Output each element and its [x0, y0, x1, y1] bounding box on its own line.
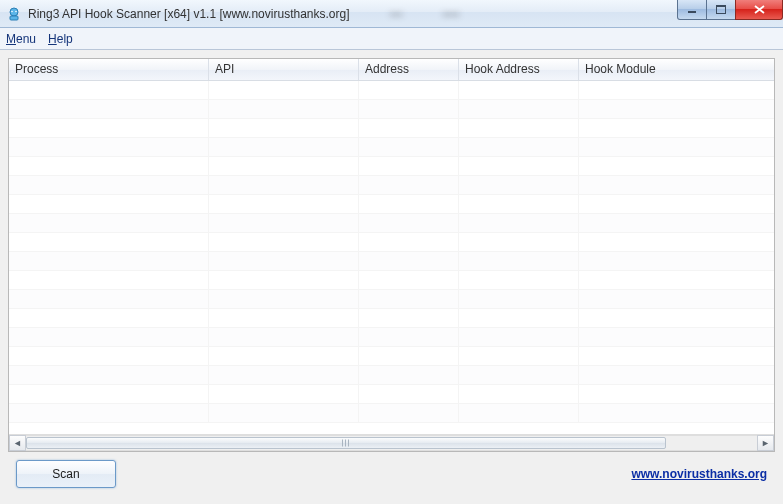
table-cell — [459, 176, 579, 194]
table-cell — [459, 404, 579, 422]
scroll-left-button[interactable]: ◄ — [9, 435, 26, 451]
close-button[interactable] — [735, 0, 783, 20]
table-cell — [9, 309, 209, 327]
scan-button[interactable]: Scan — [16, 460, 116, 488]
table-row[interactable] — [9, 309, 774, 328]
maximize-button[interactable] — [706, 0, 736, 20]
table-row[interactable] — [9, 195, 774, 214]
table-cell — [209, 138, 359, 156]
table-cell — [359, 214, 459, 232]
table-cell — [9, 214, 209, 232]
table-cell — [579, 404, 774, 422]
table-cell — [9, 195, 209, 213]
table-row[interactable] — [9, 214, 774, 233]
table-cell — [9, 119, 209, 137]
col-api[interactable]: API — [209, 59, 359, 80]
table-cell — [579, 347, 774, 365]
table-cell — [209, 195, 359, 213]
minimize-button[interactable] — [677, 0, 707, 20]
table-cell — [9, 252, 209, 270]
window-controls — [678, 0, 783, 20]
client-area: Process API Address Hook Address Hook Mo… — [0, 50, 783, 504]
table-cell — [459, 252, 579, 270]
svg-rect-4 — [688, 11, 696, 13]
table-cell — [459, 328, 579, 346]
table-cell — [579, 271, 774, 289]
table-row[interactable] — [9, 157, 774, 176]
menu-menu[interactable]: Menu — [6, 32, 36, 46]
table-cell — [459, 233, 579, 251]
scroll-right-button[interactable]: ► — [757, 435, 774, 451]
table-cell — [579, 309, 774, 327]
table-body[interactable] — [9, 81, 774, 434]
table-row[interactable] — [9, 176, 774, 195]
table-cell — [459, 385, 579, 403]
table-cell — [9, 81, 209, 99]
table-cell — [579, 119, 774, 137]
table-row[interactable] — [9, 328, 774, 347]
footer-bar: Scan www.novirusthanks.org — [8, 452, 775, 496]
table-cell — [579, 214, 774, 232]
table-cell — [209, 385, 359, 403]
menu-help[interactable]: Help — [48, 32, 73, 46]
menu-bar: Menu Help — [0, 28, 783, 50]
col-process[interactable]: Process — [9, 59, 209, 80]
table-row[interactable] — [9, 385, 774, 404]
bg-blur: ▪▪▪▪▪▪▪ — [390, 7, 460, 21]
table-cell — [579, 328, 774, 346]
table-cell — [359, 328, 459, 346]
table-cell — [9, 290, 209, 308]
table-cell — [459, 347, 579, 365]
table-cell — [359, 138, 459, 156]
scroll-track[interactable] — [26, 435, 757, 451]
table-cell — [9, 347, 209, 365]
table-row[interactable] — [9, 404, 774, 423]
table-row[interactable] — [9, 233, 774, 252]
table-cell — [459, 271, 579, 289]
table-row[interactable] — [9, 366, 774, 385]
table-row[interactable] — [9, 252, 774, 271]
table-cell — [209, 404, 359, 422]
table-cell — [359, 385, 459, 403]
table-cell — [9, 366, 209, 384]
table-cell — [359, 195, 459, 213]
table-cell — [459, 81, 579, 99]
table-cell — [209, 271, 359, 289]
scroll-grip-icon — [342, 440, 351, 447]
website-link[interactable]: www.novirusthanks.org — [631, 467, 767, 481]
table-cell — [9, 385, 209, 403]
svg-point-2 — [11, 10, 13, 12]
col-hook-module[interactable]: Hook Module — [579, 59, 774, 80]
table-row[interactable] — [9, 290, 774, 309]
table-row[interactable] — [9, 271, 774, 290]
table-cell — [459, 195, 579, 213]
col-address[interactable]: Address — [359, 59, 459, 80]
table-cell — [209, 328, 359, 346]
table-cell — [359, 347, 459, 365]
table-cell — [579, 233, 774, 251]
table-cell — [209, 309, 359, 327]
table-cell — [359, 176, 459, 194]
table-cell — [359, 119, 459, 137]
table-cell — [209, 176, 359, 194]
column-headers: Process API Address Hook Address Hook Mo… — [9, 59, 774, 81]
table-cell — [459, 366, 579, 384]
table-row[interactable] — [9, 100, 774, 119]
scroll-thumb[interactable] — [26, 437, 666, 449]
table-cell — [459, 214, 579, 232]
table-cell — [9, 157, 209, 175]
table-cell — [359, 404, 459, 422]
table-cell — [579, 385, 774, 403]
table-cell — [459, 119, 579, 137]
table-row[interactable] — [9, 119, 774, 138]
app-icon — [6, 6, 22, 22]
table-row[interactable] — [9, 81, 774, 100]
table-cell — [209, 233, 359, 251]
table-row[interactable] — [9, 138, 774, 157]
table-cell — [579, 81, 774, 99]
svg-point-0 — [10, 8, 18, 16]
table-cell — [579, 252, 774, 270]
table-cell — [359, 271, 459, 289]
col-hook-address[interactable]: Hook Address — [459, 59, 579, 80]
table-row[interactable] — [9, 347, 774, 366]
